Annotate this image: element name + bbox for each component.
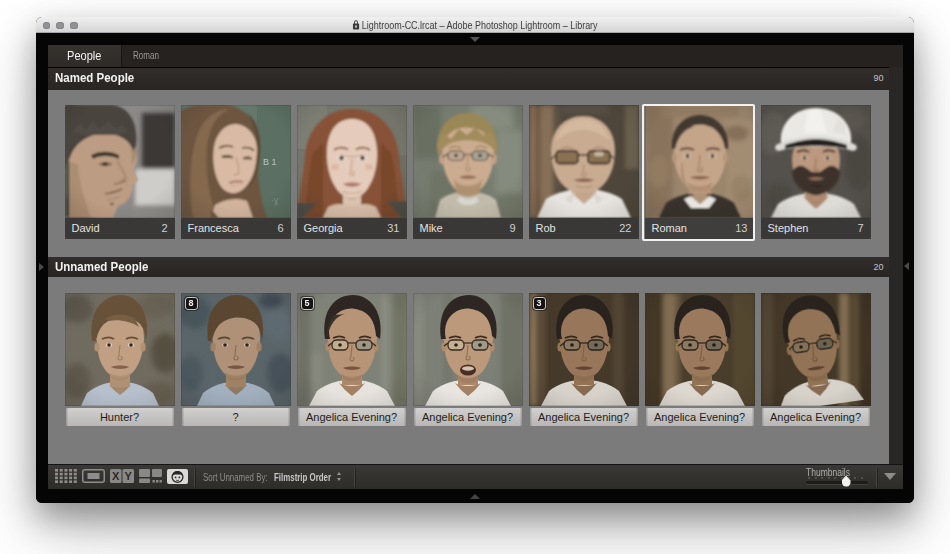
svg-text:·Ɣ: ·Ɣ — [271, 196, 279, 205]
svg-text:B 1: B 1 — [263, 157, 277, 167]
svg-text:Y: Y — [124, 470, 132, 482]
svg-text:X: X — [112, 470, 120, 482]
